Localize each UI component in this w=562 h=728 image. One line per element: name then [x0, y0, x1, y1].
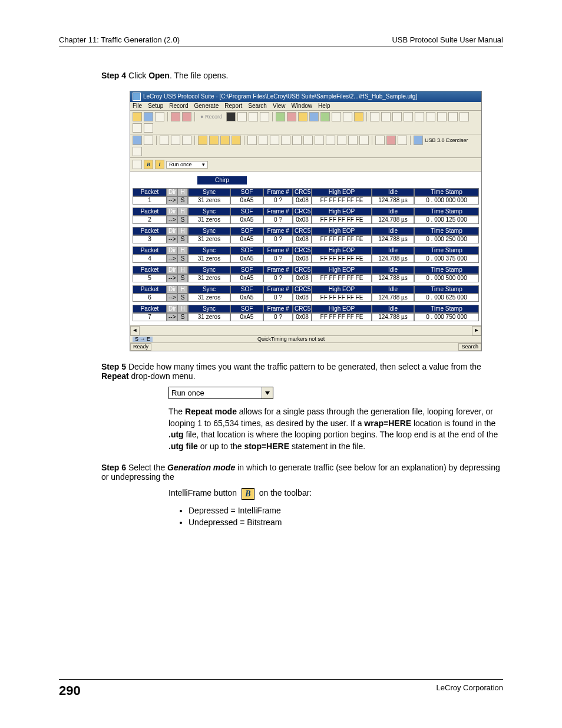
tool-icon[interactable]	[343, 112, 352, 121]
menu-report[interactable]: Report	[224, 103, 242, 109]
tool-icon[interactable]	[232, 136, 241, 145]
tool-icon[interactable]	[386, 136, 396, 145]
menu-record[interactable]: Record	[169, 103, 188, 109]
menu-help[interactable]: Help	[318, 103, 330, 109]
scroll-right-icon[interactable]: ►	[472, 326, 481, 335]
packet-row[interactable]: PacketDirHSyncSOFFrame #CRC5High EOPIdle…	[133, 285, 479, 302]
stop-icon[interactable]	[226, 112, 236, 121]
tool-icon[interactable]	[144, 123, 153, 133]
runonce-select[interactable]: Run once ▾	[166, 161, 208, 169]
tool-icon[interactable]	[155, 112, 164, 121]
tool-icon[interactable]	[133, 160, 142, 169]
tool-icon[interactable]	[198, 136, 207, 145]
usb3-label: USB 3.0 Exerciser	[425, 138, 468, 143]
se-marker[interactable]: S → E	[133, 337, 153, 342]
tool-icon[interactable]	[448, 112, 458, 121]
packet-row[interactable]: PacketDirHSyncSOFFrame #CRC5High EOPIdle…	[133, 207, 479, 224]
tool-icon[interactable]	[270, 136, 279, 145]
tool-icon[interactable]	[404, 112, 413, 121]
repeat-mode-para: The Repeat mode allows for a single pass…	[168, 406, 503, 452]
tool-icon[interactable]	[381, 112, 391, 121]
chapter-title: Chapter 11: Traffic Generation (2.0)	[59, 35, 180, 44]
menu-setup[interactable]: Setup	[148, 103, 163, 109]
tool-icon[interactable]	[359, 136, 369, 145]
packet-row[interactable]: PacketDirHSyncSOFFrame #CRC5High EOPIdle…	[133, 227, 479, 243]
tool-icon[interactable]	[398, 136, 407, 145]
quicktiming-text: QuickTiming markers not set	[257, 337, 325, 342]
tool-icon[interactable]	[459, 112, 469, 121]
chirp-row[interactable]: Chirp	[197, 176, 247, 185]
menubar[interactable]: File Setup Record Generate Report Search…	[130, 102, 481, 111]
tool-icon[interactable]: I	[155, 160, 164, 169]
packet-row[interactable]: PacketDirHSyncSOFFrame #CRC5High EOPIdle…	[133, 188, 479, 205]
tool-icon[interactable]	[171, 112, 180, 121]
tool-icon[interactable]	[247, 136, 257, 145]
menu-search[interactable]: Search	[248, 103, 267, 109]
app-icon	[133, 93, 141, 101]
tool-icon[interactable]	[426, 112, 435, 121]
repeat-value: Run once	[169, 387, 207, 398]
tool-icon[interactable]	[133, 136, 142, 145]
tool-icon[interactable]	[182, 112, 191, 121]
tool-icon[interactable]	[292, 136, 302, 145]
tool-icon[interactable]	[220, 136, 230, 145]
tool-icon[interactable]	[133, 123, 142, 133]
tool-icon[interactable]	[281, 136, 290, 145]
packet-row[interactable]: PacketDirHSyncSOFFrame #CRC5High EOPIdle…	[133, 246, 479, 263]
tool-icon[interactable]	[303, 136, 313, 145]
tool-icon[interactable]	[354, 112, 363, 121]
tool-icon[interactable]	[209, 136, 219, 145]
titlebar: LeCroy USB Protocol Suite - [C:\Program …	[130, 91, 481, 102]
repeat-dropdown[interactable]: Run once	[168, 387, 273, 399]
tool-icon[interactable]	[237, 112, 247, 121]
tool-icon[interactable]	[437, 112, 447, 121]
tool-icon[interactable]	[249, 112, 258, 121]
tool-icon[interactable]	[144, 136, 153, 145]
tool-icon[interactable]	[182, 136, 191, 145]
tool-icon[interactable]	[337, 136, 346, 145]
menu-file[interactable]: File	[133, 103, 142, 109]
usb3-icon[interactable]	[414, 136, 423, 145]
company-name: LeCroy Corporation	[437, 683, 503, 699]
tool-icon[interactable]	[309, 112, 319, 121]
zoom-in-icon[interactable]	[160, 136, 169, 145]
tool-icon[interactable]	[332, 112, 341, 121]
record-button[interactable]: Record	[205, 114, 222, 120]
app-screenshot: LeCroy USB Protocol Suite - [C:\Program …	[130, 91, 482, 351]
packet-row[interactable]: PacketDirHSyncSOFFrame #CRC5High EOPIdle…	[133, 266, 479, 282]
intelliframe-button-icon[interactable]: B	[242, 488, 254, 500]
tool-icon[interactable]	[370, 112, 379, 121]
status-search[interactable]: Search	[458, 343, 481, 351]
tool-icon[interactable]	[392, 112, 402, 121]
scroll-left-icon[interactable]: ◄	[130, 326, 140, 335]
tool-icon[interactable]	[260, 112, 269, 121]
tool-icon[interactable]	[348, 136, 358, 145]
toolbar-row2: USB 3.0 Exerciser	[130, 134, 481, 158]
bullet-depressed: Depressed = IntelliFrame	[189, 506, 503, 515]
packet-row[interactable]: PacketDirHSyncSOFFrame #CRC5High EOPIdle…	[133, 305, 479, 321]
tool-icon[interactable]	[298, 112, 308, 121]
intelliframe-button[interactable]: B	[144, 160, 153, 169]
step6-label: Step 6	[101, 463, 126, 472]
packet-list: Chirp PacketDirHSyncSOFFrame #CRC5High E…	[130, 172, 481, 325]
tool-icon[interactable]	[276, 112, 285, 121]
intelliframe-bullets: Depressed = IntelliFrame Undepressed = B…	[189, 506, 503, 527]
menu-view[interactable]: View	[273, 103, 286, 109]
toolbar-row3: B I Run once ▾	[130, 158, 481, 172]
tool-icon[interactable]	[326, 136, 335, 145]
tool-icon[interactable]	[133, 147, 142, 156]
svg-marker-0	[265, 391, 270, 395]
open-icon[interactable]	[133, 112, 142, 121]
chevron-down-icon[interactable]	[262, 387, 273, 398]
zoom-out-icon[interactable]	[171, 136, 180, 145]
tool-icon[interactable]	[287, 112, 296, 121]
save-icon[interactable]	[144, 112, 153, 121]
tool-icon[interactable]	[415, 112, 424, 121]
tool-icon[interactable]	[375, 136, 385, 145]
menu-generate[interactable]: Generate	[194, 103, 219, 109]
tool-icon[interactable]	[259, 136, 268, 145]
horiz-scrollbar[interactable]: ◄ ►	[130, 325, 481, 335]
menu-window[interactable]: Window	[291, 103, 312, 109]
tool-icon[interactable]	[320, 112, 330, 121]
tool-icon[interactable]	[315, 136, 324, 145]
